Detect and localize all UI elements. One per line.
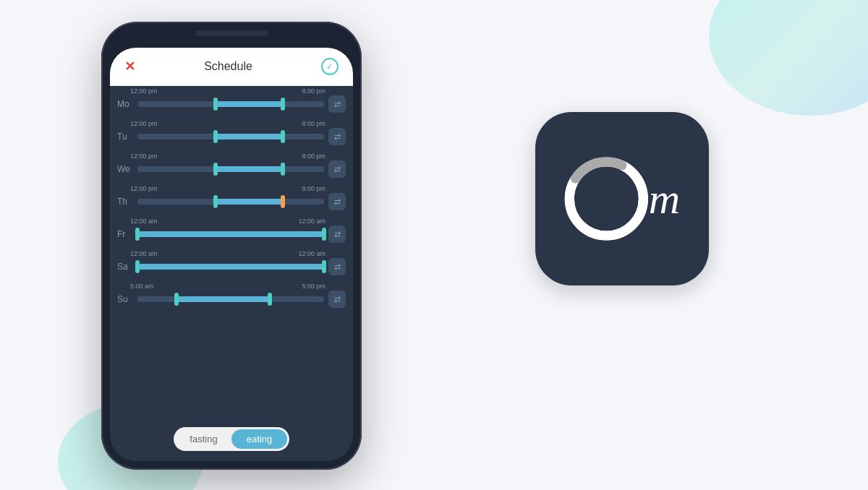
slider-handle-left-sa[interactable] (135, 260, 140, 273)
slider-fill-sa (137, 264, 324, 270)
day-label-sa: Sa (117, 262, 133, 272)
toggle-eating[interactable]: eating (231, 429, 287, 449)
slider-row-mo: Mo ⇄ (110, 95, 353, 117)
toggle-fasting[interactable]: fasting (176, 429, 231, 449)
slider-handle-right-tu[interactable] (281, 130, 285, 143)
slider-handle-left-th[interactable] (213, 195, 218, 208)
slider-handle-left-fr[interactable] (135, 228, 140, 241)
slider-handle-right-su[interactable] (268, 293, 272, 306)
copy-icon-sa: ⇄ (334, 262, 341, 272)
time-labels-mo: 12:00 pm 8:00 pm (110, 87, 353, 95)
end-time-we: 8:00 pm (302, 152, 326, 160)
slider-row-we: We ⇄ (110, 160, 353, 182)
app-header: ✕ Schedule ✓ (110, 48, 353, 86)
day-section-mo: 12:00 pm 8:00 pm Mo ⇄ (110, 86, 353, 119)
slider-handle-left-mo[interactable] (213, 98, 218, 111)
copy-btn-fr[interactable]: ⇄ (328, 225, 346, 243)
slider-handle-right-we[interactable] (281, 163, 285, 176)
app-icon-letter: m (649, 174, 680, 224)
close-button[interactable]: ✕ (124, 59, 135, 74)
copy-icon-su: ⇄ (334, 295, 341, 304)
end-time-tu: 8:00 pm (302, 120, 326, 127)
slider-row-su: Su ⇄ (110, 291, 353, 312)
slider-track-mo[interactable] (137, 101, 324, 107)
copy-icon-mo: ⇄ (334, 100, 341, 109)
time-labels-we: 12:00 pm 8:00 pm (110, 152, 353, 160)
schedule-rows: 12:00 pm 8:00 pm Mo ⇄ (110, 86, 353, 420)
end-time-th: 8:00 pm (302, 185, 326, 192)
start-time-we: 12:00 pm (130, 152, 158, 160)
end-time-su: 5:00 pm (302, 283, 326, 290)
day-section-we: 12:00 pm 8:00 pm We ⇄ (110, 151, 353, 184)
start-time-tu: 12:00 pm (130, 120, 158, 127)
app-icon-ring-svg (564, 141, 649, 257)
copy-btn-we[interactable]: ⇄ (328, 160, 346, 178)
slider-handle-right-th[interactable] (281, 195, 285, 208)
slider-handle-right-mo[interactable] (281, 98, 285, 111)
slider-row-th: Th ⇄ (110, 193, 353, 215)
time-labels-sa: 12:00 am 12:00 am (110, 250, 353, 257)
phone-screen: ✕ Schedule ✓ 12:00 pm 8:00 pm Mo (110, 48, 353, 461)
day-label-fr: Fr (117, 229, 133, 239)
slider-row-sa: Sa ⇄ (110, 258, 353, 280)
copy-btn-sa[interactable]: ⇄ (328, 258, 346, 275)
start-time-th: 12:00 pm (130, 185, 158, 192)
bg-decoration-top-right (709, 0, 868, 116)
day-section-th: 12:00 pm 8:00 pm Th ⇄ (110, 184, 353, 216)
slider-track-fr[interactable] (137, 231, 324, 237)
toggle-pill[interactable]: fasting eating (174, 427, 289, 451)
phone-mockup: ✕ Schedule ✓ 12:00 pm 8:00 pm Mo (101, 22, 362, 470)
slider-handle-right-fr[interactable] (322, 228, 326, 241)
copy-btn-su[interactable]: ⇄ (328, 291, 346, 308)
slider-handle-right-sa[interactable] (322, 260, 326, 273)
slider-fill-mo (216, 101, 283, 107)
copy-btn-tu[interactable]: ⇄ (328, 128, 346, 145)
day-label-su: Su (117, 294, 133, 304)
start-time-fr: 12:00 am (130, 218, 158, 225)
bottom-toggle-area: fasting eating (110, 420, 353, 461)
slider-handle-left-su[interactable] (174, 293, 179, 306)
copy-icon-th: ⇄ (334, 197, 341, 207)
screen-title: Schedule (204, 60, 252, 73)
slider-fill-fr (137, 231, 324, 237)
day-section-fr: 12:00 am 12:00 am Fr ⇄ (110, 216, 353, 249)
slider-track-we[interactable] (137, 166, 324, 172)
slider-track-th[interactable] (137, 199, 324, 205)
slider-track-sa[interactable] (137, 264, 324, 270)
slider-handle-left-we[interactable] (213, 163, 218, 176)
day-label-tu: Tu (117, 132, 133, 142)
end-time-mo: 8:00 pm (302, 87, 326, 95)
time-labels-th: 12:00 pm 8:00 pm (110, 185, 353, 192)
slider-fill-th (216, 199, 283, 205)
slider-fill-su (176, 296, 270, 302)
start-time-su: 5:00 am (130, 283, 154, 290)
day-label-we: We (117, 164, 133, 174)
confirm-button[interactable]: ✓ (321, 58, 339, 75)
slider-track-tu[interactable] (137, 134, 324, 139)
start-time-sa: 12:00 am (130, 250, 158, 257)
start-time-mo: 12:00 pm (130, 87, 158, 95)
copy-icon-tu: ⇄ (334, 132, 341, 142)
slider-track-su[interactable] (137, 296, 324, 302)
copy-icon-fr: ⇄ (334, 230, 341, 239)
slider-fill-we (216, 166, 283, 172)
time-labels-tu: 12:00 pm 8:00 pm (110, 120, 353, 127)
phone-notch (195, 30, 268, 36)
phone-body: ✕ Schedule ✓ 12:00 pm 8:00 pm Mo (101, 22, 362, 470)
slider-row-fr: Fr ⇄ (110, 225, 353, 247)
app-icon-wrapper: m (535, 112, 709, 285)
day-section-sa: 12:00 am 12:00 am Sa ⇄ (110, 249, 353, 281)
time-labels-su: 5:00 am 5:00 pm (110, 283, 353, 290)
end-time-sa: 12:00 am (298, 250, 326, 257)
day-label-th: Th (117, 197, 133, 207)
slider-row-tu: Tu ⇄ (110, 128, 353, 150)
time-labels-fr: 12:00 am 12:00 am (110, 218, 353, 225)
slider-fill-tu (216, 134, 283, 139)
end-time-fr: 12:00 am (298, 218, 326, 225)
copy-btn-th[interactable]: ⇄ (328, 193, 346, 210)
day-section-su: 5:00 am 5:00 pm Su ⇄ (110, 281, 353, 314)
app-icon-inner: m (564, 141, 680, 257)
copy-btn-mo[interactable]: ⇄ (328, 95, 346, 113)
slider-handle-left-tu[interactable] (213, 130, 218, 143)
copy-icon-we: ⇄ (334, 165, 341, 174)
